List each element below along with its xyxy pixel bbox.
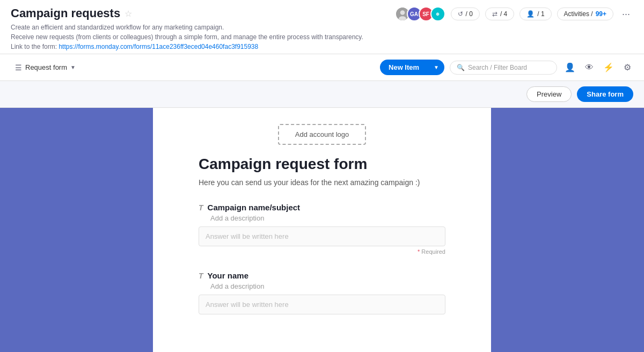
activities-count: 99+ [596,10,606,18]
form-field-campaign-name: T Campaign name/subject Add a descriptio… [199,203,445,255]
new-item-button[interactable]: New Item ▼ [380,60,444,75]
preview-button[interactable]: Preview [526,86,572,102]
form-link-url[interactable]: https://forms.monday.com/forms/11ace236f… [58,43,258,50]
star-icon[interactable]: ☆ [125,9,132,19]
field-input-1[interactable]: Answer will be written here [199,226,445,246]
person-filter-button[interactable]: 👤 [562,60,577,75]
toolbar: ☰ Request form ▼ New Item ▼ 🔍 Search / F… [0,54,644,81]
required-note-1: * Required [199,248,445,255]
avatar-extra: ⊕ [430,6,445,21]
field-type-icon-2: T [199,272,203,280]
field-label-1: Campaign name/subject [208,203,301,212]
add-logo-button[interactable]: Add account logo [278,124,366,145]
toolbar-right: New Item ▼ 🔍 Search / Filter Board 👤 👁 ⚡… [380,60,633,75]
field-description-2: Add a description [199,282,445,290]
main-content: Add account logo Campaign request form H… [0,108,644,352]
form-link: Link to the form: https://forms.monday.c… [11,42,363,52]
view-label: Request form [25,63,67,71]
field-description-1: Add a description [199,214,445,222]
subtitle-line1: Create an efficient and standardized wor… [11,23,363,32]
view-icon: ☰ [15,63,22,72]
form-title: Campaign request form [199,156,445,173]
toolbar-left: ☰ Request form ▼ [11,61,80,74]
svg-point-2 [399,16,406,21]
avatar-group: GA SF ⊕ [395,6,445,21]
header-right: GA SF ⊕ ↺ / 0 ⇄ / 4 👤 / 1 Activities / 9… [395,6,633,21]
form-action-bar: Preview Share form [0,81,644,108]
hide-button[interactable]: 👁 [583,61,596,75]
automations-badge[interactable]: ↺ / 0 [451,8,480,20]
integrations-icon: ⇄ [492,10,497,18]
view-selector[interactable]: ☰ Request form ▼ [11,61,80,74]
new-item-label: New Item [380,60,428,75]
form-subtitle: Here you can send us your ideas for the … [199,178,445,187]
more-options-button[interactable]: ··· [619,8,633,21]
page-header: Campaign requests ☆ Create an efficient … [0,0,644,54]
form-field-your-name: T Your name Add a description Answer wil… [199,271,445,314]
people-count: / 1 [537,10,544,18]
people-badge[interactable]: 👤 / 1 [519,8,551,20]
automations-count: / 0 [466,10,473,18]
sidebar-right [491,108,644,352]
share-form-button[interactable]: Share form [577,86,633,102]
search-icon: 🔍 [457,64,465,71]
subtitle-line2: Receive new requests (from clients or co… [11,32,363,42]
activities-badge[interactable]: Activities / 99+ [557,8,613,20]
search-box[interactable]: 🔍 Search / Filter Board [450,61,557,75]
search-placeholder: Search / Filter Board [468,64,527,71]
integrations-badge[interactable]: ⇄ / 4 [485,8,514,20]
svg-point-1 [400,10,405,15]
field-label-2: Your name [208,271,248,280]
activities-label: Activities / [564,10,593,18]
people-icon: 👤 [526,10,535,18]
subtitle: Create an efficient and standardized wor… [11,23,363,52]
filter-button[interactable]: ⚡ [601,60,616,75]
new-item-arrow-icon: ▼ [428,61,444,74]
form-content: Add account logo Campaign request form H… [188,108,456,347]
chevron-down-icon: ▼ [70,64,76,70]
field-label-row-2: T Your name [199,271,445,280]
page-title: Campaign requests [11,6,120,20]
title-area: Campaign requests ☆ Create an efficient … [11,6,363,52]
settings-button[interactable]: ⚙ [621,60,633,75]
sidebar-left [0,108,153,352]
link-label: Link to the form: [11,43,57,50]
form-area: Add account logo Campaign request form H… [153,108,491,352]
field-input-2[interactable]: Answer will be written here [199,295,445,314]
automations-icon: ↺ [458,10,463,18]
field-type-icon-1: T [199,203,203,212]
integrations-count: / 4 [500,10,507,18]
field-label-row-1: T Campaign name/subject [199,203,445,212]
